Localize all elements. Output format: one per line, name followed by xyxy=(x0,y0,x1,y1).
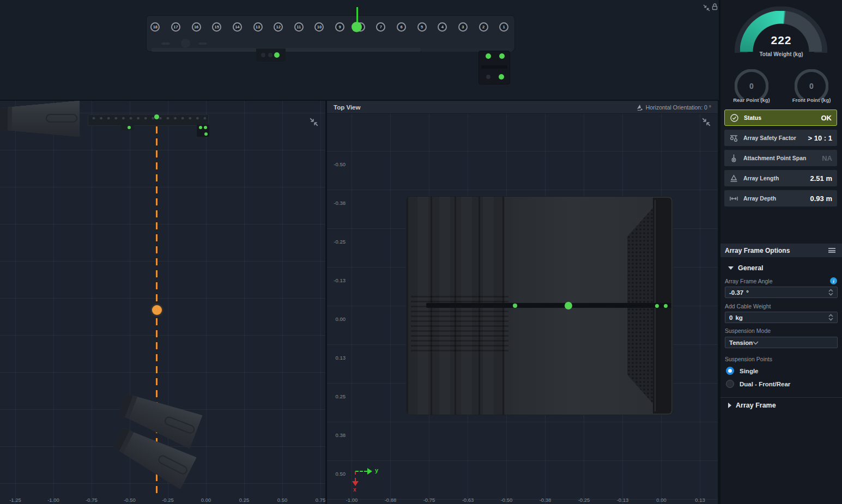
add-cable-weight-input[interactable]: 0 kg xyxy=(725,312,838,323)
frame-hole[interactable]: 7 xyxy=(371,22,391,32)
chevron-down-icon xyxy=(753,339,759,346)
bracket-divider xyxy=(481,65,507,69)
collapse-view-icon[interactable] xyxy=(701,117,711,127)
frame-hole[interactable]: 12 xyxy=(268,22,289,32)
array-depth-row[interactable]: Array Depth 0.93 m xyxy=(724,190,837,207)
menu-icon[interactable] xyxy=(828,248,835,253)
frame-hole[interactable]: 9 xyxy=(330,22,350,32)
connector-point-green[interactable] xyxy=(274,52,280,58)
frame-hole[interactable]: 1 xyxy=(494,22,514,32)
y-axis-arrow xyxy=(355,471,367,472)
stepper-arrows[interactable] xyxy=(828,289,833,296)
side-view-x-axis: -1.25-1.00-0.75-0.50-0.250.000.250.500.7… xyxy=(0,497,325,503)
bracket-point-green[interactable] xyxy=(499,74,504,80)
radio-unselected-icon[interactable] xyxy=(726,380,734,388)
attachment-point-green[interactable] xyxy=(664,304,668,308)
bracket-point-green[interactable] xyxy=(499,53,505,59)
array-frame-section-toggle[interactable]: Array Frame xyxy=(728,402,776,409)
radio-dual-front-rear[interactable]: Dual - Front/Rear xyxy=(726,380,790,388)
lock-icon[interactable] xyxy=(712,3,718,10)
frame-hole[interactable]: 6 xyxy=(391,22,412,32)
axis-tick-label: -0.75 xyxy=(410,497,449,503)
stepper-arrows[interactable] xyxy=(828,314,833,321)
frame-detail xyxy=(161,42,170,45)
tab-point-green xyxy=(128,126,131,129)
top-view-x-axis: -1.00-0.88-0.75-0.63-0.50-0.38-0.25-0.13… xyxy=(332,497,718,503)
frame-hole[interactable]: 13 xyxy=(247,22,268,32)
axis-tick-label: 0.50 xyxy=(263,497,301,503)
side-view-grid xyxy=(0,101,325,504)
frame-detail xyxy=(181,39,190,48)
array-frame-angle-input[interactable]: -0.37 ° xyxy=(725,287,838,298)
axis-tick-label: 0.25 xyxy=(225,497,263,503)
suspension-point-marker[interactable] xyxy=(154,114,159,119)
axis-tick-label: -1.00 xyxy=(332,497,371,503)
cabinet-handle xyxy=(46,114,77,123)
frame-hole[interactable]: 17 xyxy=(166,22,186,32)
array-drag-handle[interactable] xyxy=(152,305,162,315)
axis-tick-label: 0.00 xyxy=(187,497,225,503)
bracket-point-green xyxy=(204,126,207,129)
frame-hole[interactable]: 2 xyxy=(473,22,494,32)
bracket-point-green xyxy=(199,126,202,129)
frame-bottom-rail xyxy=(152,48,421,52)
attachment-point-green[interactable] xyxy=(655,304,659,308)
orientation-icon xyxy=(636,104,643,111)
suspension-mode-select[interactable]: Tension xyxy=(725,337,838,348)
axis-tick-label: -0.50 xyxy=(487,497,526,503)
frame-hole[interactable]: 11 xyxy=(288,22,309,32)
general-section-toggle[interactable]: General xyxy=(728,264,764,272)
axis-tick-label: 0.38 xyxy=(329,416,346,454)
safety-factor-row[interactable]: Array Safety Factor > 10 : 1 xyxy=(724,130,837,146)
frame-center-beam xyxy=(426,303,671,308)
radio-single[interactable]: Single xyxy=(726,367,759,375)
suspension-mode-label: Suspension Mode xyxy=(725,327,771,334)
frame-hole[interactable]: 16 xyxy=(186,22,207,32)
collapse-view-icon[interactable] xyxy=(309,117,319,127)
axis-tick-label: -1.00 xyxy=(34,497,72,503)
bracket-point-green xyxy=(204,132,208,136)
frame-bracket-side xyxy=(197,125,209,137)
radio-selected-icon[interactable] xyxy=(726,367,734,375)
axis-tick-label: -0.50 xyxy=(111,497,149,503)
frame-connector-tab xyxy=(256,48,286,62)
axis-tick-label: -0.13 xyxy=(329,261,346,300)
y-axis-arrowhead xyxy=(367,468,372,475)
axis-tick-label: 0.75 xyxy=(301,497,325,503)
array-length-row[interactable]: Array Length 2.51 m xyxy=(724,170,837,186)
array-frame-side[interactable] xyxy=(88,114,209,126)
array-frame-options-header[interactable]: Array Frame Options xyxy=(720,244,842,257)
rear-point-label: Rear Point (kg) xyxy=(722,97,782,103)
frame-hole[interactable]: 3 xyxy=(453,22,474,32)
plumb-bob-icon xyxy=(729,154,738,163)
frame-hole[interactable]: 10 xyxy=(309,22,330,32)
bracket-hole xyxy=(486,75,490,79)
horizontal-orientation[interactable]: Horizontal Orientation: 0 ° xyxy=(636,104,711,111)
collapse-view-icon[interactable] xyxy=(703,4,710,11)
axis-tick-label: -1.25 xyxy=(0,497,34,503)
front-view-strip: 181716151413121110987654321 xyxy=(0,0,719,100)
pickup-point-marker[interactable] xyxy=(352,22,362,32)
bracket-point-green[interactable] xyxy=(486,53,491,59)
frame-hole[interactable]: 14 xyxy=(227,22,248,32)
attachment-point-green-active[interactable] xyxy=(565,302,572,309)
axis-tick-label: -0.13 xyxy=(603,497,642,503)
coordinate-axes-indicator: y x xyxy=(349,465,387,492)
axis-tick-label: -0.50 xyxy=(329,145,346,184)
frame-hole[interactable]: 15 xyxy=(207,22,227,32)
array-depth-icon xyxy=(729,194,738,203)
info-icon[interactable]: i xyxy=(830,277,837,284)
frame-hole[interactable]: 4 xyxy=(432,22,453,32)
total-weight-value: 222 xyxy=(720,34,842,47)
top-view-panel: Top View Horizontal Orientation: 0 ° y x xyxy=(327,101,718,504)
frame-hole[interactable]: 18 xyxy=(145,22,166,32)
attachment-point-green[interactable] xyxy=(513,303,517,308)
status-row[interactable]: Status OK xyxy=(724,110,837,126)
connector-hole xyxy=(268,53,272,57)
axis-tick-label: -0.25 xyxy=(565,497,603,503)
attachment-span-row[interactable]: Attachment Point Span NA xyxy=(724,150,837,166)
x-axis-label: x xyxy=(353,487,356,493)
axis-tick-label: 0.13 xyxy=(681,497,718,503)
frame-hole[interactable]: 5 xyxy=(411,22,432,32)
frame-hole-row: 181716151413121110987654321 xyxy=(145,22,514,32)
